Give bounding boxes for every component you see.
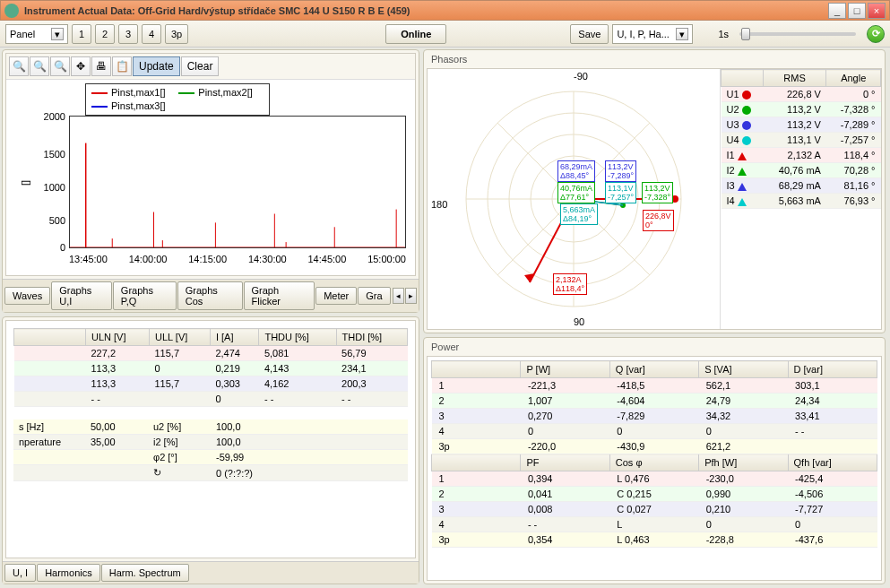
zoom-in-icon[interactable]: 🔍 — [30, 56, 49, 76]
app-icon — [4, 4, 19, 18]
table-cell: 56,79 — [336, 346, 407, 361]
table-row: 1-221,3-418,5562,1303,1 — [432, 378, 877, 393]
table-cell: 5,081 — [259, 346, 336, 361]
titlebar: Instrument Actual Data: Off-Grid Hard/vý… — [0, 0, 890, 21]
page-3-button[interactable]: 3 — [118, 24, 138, 44]
table-row: I1 2,132 A118,4 ° — [722, 148, 881, 163]
table-cell: 0 — [210, 392, 258, 407]
chevron-down-icon: ▾ — [676, 28, 688, 40]
online-button[interactable]: Online — [385, 24, 446, 44]
interval-slider[interactable] — [739, 32, 856, 36]
minimize-button[interactable]: _ — [828, 3, 846, 19]
tab-flicker[interactable]: Graph Flicker — [244, 281, 315, 310]
table-row: 30,270-7,82934,3233,41 — [432, 409, 877, 424]
table-cell: 100,0 — [211, 435, 371, 450]
tab-meter[interactable]: Meter — [315, 287, 357, 305]
page-3p-button[interactable]: 3p — [165, 24, 188, 44]
panel-select[interactable]: Panel▾ — [5, 24, 68, 44]
tab-harmonics[interactable]: Harmonics — [37, 564, 100, 582]
zoom-y-icon[interactable]: 🔍 — [50, 56, 70, 76]
table-row: 10,394L 0,476-230,0-425,4 — [432, 471, 877, 487]
table-cell — [13, 465, 85, 481]
measure-select-label: U, I, P, Ha... — [617, 29, 670, 39]
copy-icon[interactable]: 📋 — [112, 56, 132, 76]
table-row: U1 226,8 V0 ° — [722, 87, 881, 102]
table-cell: - - — [336, 392, 407, 407]
table-row: U4 113,1 V-7,257 ° — [722, 133, 881, 148]
svg-marker-26 — [524, 273, 535, 282]
table-cell: 100,0 — [211, 419, 371, 435]
page-1-button[interactable]: 1 — [72, 24, 91, 44]
chart-toolbar: 🔍 🔍 🔍 ✥ 🖶 📋 Update Clear — [6, 54, 415, 80]
table-cell: 0 — [150, 361, 211, 376]
table-cell — [85, 465, 148, 481]
main-toolbar: Panel▾ 1 2 3 4 3p Online Save U, I, P, H… — [0, 21, 890, 48]
table-cell: 113,3 — [86, 361, 150, 376]
phasor-annotation: 68,29mAΔ88,45° — [557, 160, 595, 182]
table-cell: ↻ — [148, 465, 211, 481]
update-button[interactable]: Update — [133, 56, 180, 76]
page-4-button[interactable]: 4 — [142, 24, 161, 44]
tab-waves[interactable]: Waves — [4, 287, 50, 305]
panel-select-label: Panel — [10, 29, 35, 39]
tab-ui[interactable]: U, I — [4, 564, 36, 582]
chart-tabs: Waves Graphs U,I Graphs P,Q Graphs Cos G… — [3, 279, 419, 312]
phasor-table: RMSAngleU1 226,8 V0 °U2 113,2 V-7,328 °U… — [720, 69, 881, 329]
tab-scroll-left[interactable]: ◂ — [393, 288, 404, 304]
phasors-title: Phasors — [424, 50, 885, 68]
table-cell: 113,3 — [86, 376, 150, 392]
zoom-out-icon[interactable]: 🔍 — [9, 56, 29, 76]
cursor-icon[interactable]: ✥ — [71, 56, 91, 76]
angle-label: 90 — [574, 316, 584, 327]
table-cell: u2 [%] — [148, 419, 211, 435]
phasor-diagram: -90 180 90 68,29mAΔ88,45°113,2V-7,289°40… — [428, 69, 720, 329]
save-button[interactable]: Save — [570, 24, 609, 44]
table-cell: 227,2 — [86, 346, 150, 361]
phasor-annotation: 113,2V-7,328° — [642, 182, 673, 203]
table-cell: 115,7 — [150, 376, 211, 392]
print-icon[interactable]: 🖶 — [91, 56, 111, 76]
angle-label: 180 — [431, 199, 447, 210]
tab-more[interactable]: Gra — [358, 287, 390, 305]
phasor-annotation: 40,76mAΔ77,61° — [557, 182, 595, 203]
phasor-annotation: 113,1V-7,257° — [605, 182, 636, 203]
clear-button[interactable]: Clear — [181, 56, 220, 76]
table-row: 30,008C 0,0270,210-7,727 — [432, 502, 877, 517]
chart-legend: Pinst,max1[] Pinst,max2[] Pinst,max3[] — [85, 83, 270, 116]
interval-label: 1s — [718, 29, 729, 39]
refresh-icon[interactable]: ⟳ — [867, 25, 885, 43]
y-axis-label: [] — [20, 180, 30, 186]
slider-thumb[interactable] — [741, 28, 750, 40]
table-row: 3p0,354L 0,463-228,8-437,6 — [432, 532, 877, 548]
table-cell: φ2 [°] — [148, 450, 211, 465]
phasor-annotation: 5,663mAΔ84,19° — [560, 203, 598, 225]
table-cell: i2 [%] — [148, 435, 211, 450]
plot-area — [69, 116, 406, 248]
y-axis: 2000 1500 1000 500 0 — [42, 116, 69, 248]
table-row: U2 113,2 V-7,328 ° — [722, 102, 881, 117]
tab-graphs-ui[interactable]: Graphs U,I — [51, 281, 112, 310]
table-cell: 4,162 — [259, 376, 336, 392]
tab-scroll-right[interactable]: ▸ — [405, 288, 417, 304]
power-table: P [W]Q [var]S [VA]D [var]1-221,3-418,556… — [431, 360, 877, 548]
phasor-annotation: 2,132AΔ118,4° — [553, 273, 587, 295]
table-row: U3 113,2 V-7,289 ° — [722, 117, 881, 133]
table-cell: 0,303 — [210, 376, 258, 392]
table-cell: 0 (?:?:?) — [211, 465, 371, 481]
measure-select[interactable]: U, I, P, Ha...▾ — [612, 24, 693, 44]
table-cell: - - — [259, 392, 336, 407]
tab-harm-spectrum[interactable]: Harm. Spectrum — [101, 564, 189, 582]
chevron-down-icon: ▾ — [51, 28, 64, 40]
close-button[interactable]: × — [868, 3, 886, 19]
maximize-button[interactable]: □ — [848, 3, 866, 19]
tab-graphs-pq[interactable]: Graphs P,Q — [113, 281, 177, 310]
ui-extra-table: s [Hz]50,00u2 [%]100,0nperature35,00i2 [… — [13, 419, 408, 481]
window-title: Instrument Actual Data: Off-Grid Hard/vý… — [24, 5, 826, 16]
ui-tabs: U, I Harmonics Harm. Spectrum — [3, 561, 419, 584]
tab-graphs-cos[interactable]: Graphs Cos — [177, 281, 243, 310]
table-cell — [13, 450, 85, 465]
trend-chart[interactable]: Pinst,max1[] Pinst,max2[] Pinst,max3[] [… — [6, 80, 415, 275]
page-2-button[interactable]: 2 — [95, 24, 115, 44]
ui-table: ULN [V]ULL [V]I [A]THDU [%]THDI [%]227,2… — [13, 328, 408, 407]
table-cell: - - — [86, 392, 150, 407]
